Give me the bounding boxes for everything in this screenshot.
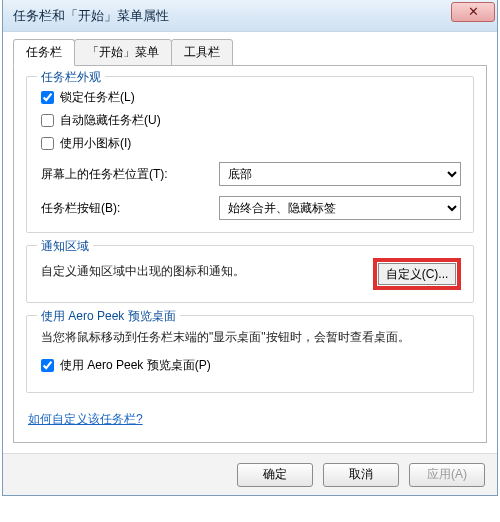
aero-peek-label[interactable]: 使用 Aero Peek 预览桌面(P) xyxy=(60,357,211,374)
help-link-customize-taskbar[interactable]: 如何自定义该任务栏? xyxy=(26,411,143,428)
group-appearance-title: 任务栏外观 xyxy=(37,69,105,86)
tab-panel-taskbar: 任务栏外观 锁定任务栏(L) 自动隐藏任务栏(U) 使用小图标(I) 屏幕上的任… xyxy=(13,66,487,443)
customize-button[interactable]: 自定义(C)... xyxy=(378,263,456,285)
group-notification-title: 通知区域 xyxy=(37,238,93,255)
cancel-button[interactable]: 取消 xyxy=(323,463,399,487)
row-smallicons: 使用小图标(I) xyxy=(41,135,461,152)
window-title: 任务栏和「开始」菜单属性 xyxy=(13,7,169,25)
apply-button[interactable]: 应用(A) xyxy=(409,463,485,487)
close-icon: ✕ xyxy=(468,4,479,19)
notification-desc: 自定义通知区域中出现的图标和通知。 xyxy=(39,263,245,280)
lock-taskbar-label[interactable]: 锁定任务栏(L) xyxy=(60,89,135,106)
small-icons-label[interactable]: 使用小图标(I) xyxy=(60,135,131,152)
properties-dialog: 任务栏和「开始」菜单属性 ✕ 任务栏 「开始」菜单 工具栏 任务栏外观 锁定任务… xyxy=(2,0,498,496)
row-taskbar-buttons: 任务栏按钮(B): 始终合并、隐藏标签 xyxy=(39,196,461,220)
taskbar-buttons-select[interactable]: 始终合并、隐藏标签 xyxy=(219,196,461,220)
row-taskbar-position: 屏幕上的任务栏位置(T): 底部 xyxy=(39,162,461,186)
tab-start-menu[interactable]: 「开始」菜单 xyxy=(74,39,172,66)
customize-highlight: 自定义(C)... xyxy=(373,258,461,290)
group-aero-peek: 使用 Aero Peek 预览桌面 当您将鼠标移动到任务栏末端的"显示桌面"按钮… xyxy=(26,315,474,393)
taskbar-position-label: 屏幕上的任务栏位置(T): xyxy=(39,166,219,183)
row-autohide: 自动隐藏任务栏(U) xyxy=(41,112,461,129)
close-button[interactable]: ✕ xyxy=(451,2,495,22)
tab-strip: 任务栏 「开始」菜单 工具栏 xyxy=(13,38,487,66)
tab-toolbars[interactable]: 工具栏 xyxy=(171,39,233,66)
content-area: 任务栏 「开始」菜单 工具栏 任务栏外观 锁定任务栏(L) 自动隐藏任务栏(U)… xyxy=(3,32,497,453)
aero-peek-checkbox[interactable] xyxy=(41,359,54,372)
tab-taskbar[interactable]: 任务栏 xyxy=(13,39,75,66)
taskbar-position-select[interactable]: 底部 xyxy=(219,162,461,186)
autohide-taskbar-checkbox[interactable] xyxy=(41,114,54,127)
taskbar-buttons-label: 任务栏按钮(B): xyxy=(39,200,219,217)
lock-taskbar-checkbox[interactable] xyxy=(41,91,54,104)
row-aero-peek: 使用 Aero Peek 预览桌面(P) xyxy=(41,357,461,374)
ok-button[interactable]: 确定 xyxy=(237,463,313,487)
dialog-button-bar: 确定 取消 应用(A) xyxy=(3,453,497,495)
row-lock-taskbar: 锁定任务栏(L) xyxy=(41,89,461,106)
group-notification: 通知区域 自定义通知区域中出现的图标和通知。 自定义(C)... xyxy=(26,245,474,303)
small-icons-checkbox[interactable] xyxy=(41,137,54,150)
aero-peek-desc: 当您将鼠标移动到任务栏末端的"显示桌面"按钮时，会暂时查看桌面。 xyxy=(39,328,461,347)
group-appearance: 任务栏外观 锁定任务栏(L) 自动隐藏任务栏(U) 使用小图标(I) 屏幕上的任… xyxy=(26,76,474,233)
group-aero-peek-title: 使用 Aero Peek 预览桌面 xyxy=(37,308,180,325)
notification-row: 自定义通知区域中出现的图标和通知。 自定义(C)... xyxy=(39,258,461,290)
autohide-taskbar-label[interactable]: 自动隐藏任务栏(U) xyxy=(60,112,161,129)
titlebar[interactable]: 任务栏和「开始」菜单属性 ✕ xyxy=(3,0,497,32)
